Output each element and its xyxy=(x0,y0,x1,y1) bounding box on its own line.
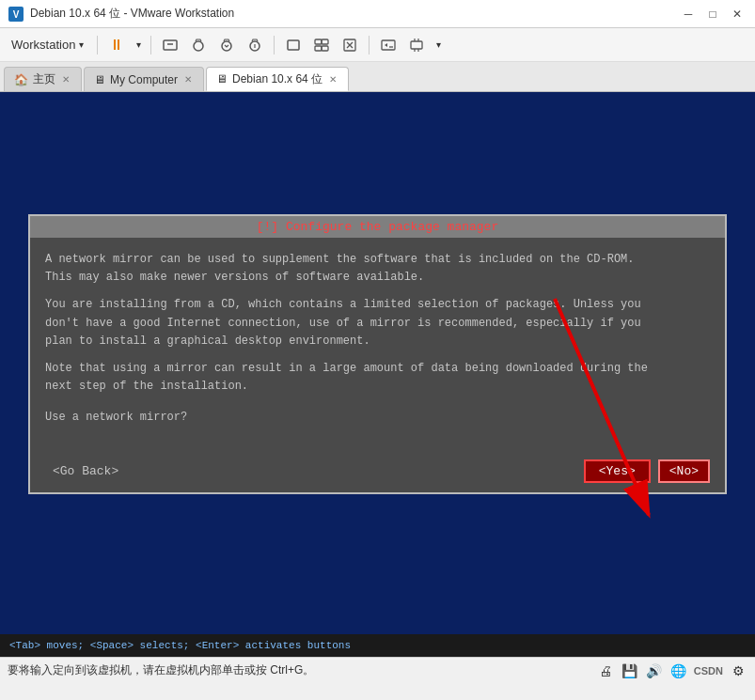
dialog-buttons: <Go Back> <Yes> <No> xyxy=(30,450,725,492)
usb-icon[interactable]: 💾 xyxy=(621,661,639,680)
tab-debian[interactable]: 🖥 Debian 10.x 64 位 ✕ xyxy=(206,67,349,91)
tabs-bar: 🏠 主页 ✕ 🖥 My Computer ✕ 🖥 Debian 10.x 64 … xyxy=(0,62,755,92)
snapshot-button[interactable] xyxy=(185,32,212,58)
menu-bar: Workstation ▾ ⏸ ▾ ▾ xyxy=(0,28,755,62)
fullscreen-button[interactable] xyxy=(280,32,307,58)
bottom-bar-text: 要将输入定向到该虚拟机，请在虚拟机内部单击或按 Ctrl+G。 xyxy=(8,662,314,678)
ctrl-alt-del-button[interactable] xyxy=(157,32,183,58)
svg-rect-10 xyxy=(322,39,328,44)
window-controls: ─ □ ✕ xyxy=(678,5,747,23)
settings-icon[interactable]: ⚙ xyxy=(729,661,747,680)
svg-rect-11 xyxy=(315,46,322,51)
separator-3 xyxy=(274,36,275,54)
svg-rect-9 xyxy=(315,39,322,44)
title-bar: V Debian 10.x 64 位 - VMware Workstation … xyxy=(0,0,755,28)
tab-mycomputer[interactable]: 🖥 My Computer ✕ xyxy=(84,67,204,91)
separator-1 xyxy=(97,36,98,54)
stretch-dropdown-icon[interactable]: ▾ xyxy=(432,32,445,58)
csdn-badge: CSDN xyxy=(694,665,723,677)
manage-snapshot-button[interactable] xyxy=(242,32,268,58)
no-button[interactable]: <No> xyxy=(658,459,710,483)
window-title: Debian 10.x 64 位 - VMware Workstation xyxy=(30,6,678,22)
dialog-text-2: You are installing from a CD, which cont… xyxy=(45,296,710,350)
mycomputer-tab-icon: 🖥 xyxy=(94,73,105,86)
bottom-right-icons: 🖨 💾 🔊 🌐 CSDN ⚙ xyxy=(596,661,747,680)
sound-icon[interactable]: 🔊 xyxy=(645,661,664,680)
go-back-button[interactable]: <Go Back> xyxy=(45,460,126,482)
dialog-text-1: A network mirror can be used to suppleme… xyxy=(45,251,710,287)
svg-text:V: V xyxy=(13,9,20,20)
pause-dropdown-icon[interactable]: ▾ xyxy=(132,32,145,58)
separator-2 xyxy=(150,36,151,54)
home-tab-close[interactable]: ✕ xyxy=(60,73,71,86)
dialog-question: Use a network mirror? xyxy=(45,409,710,427)
mycomputer-tab-close[interactable]: ✕ xyxy=(182,73,194,86)
vm-screen[interactable]: [!] Configure the package manager A netw… xyxy=(0,92,755,657)
close-button[interactable]: ✕ xyxy=(727,5,747,23)
vm-status-bar: <Tab> moves; <Space> selects; <Enter> ac… xyxy=(0,634,755,657)
configure-package-dialog: [!] Configure the package manager A netw… xyxy=(28,214,727,494)
debian-tab-icon: 🖥 xyxy=(216,72,228,86)
svg-rect-8 xyxy=(288,40,299,50)
yes-button[interactable]: <Yes> xyxy=(584,459,651,483)
dialog-body: A network mirror can be used to suppleme… xyxy=(30,238,725,450)
svg-rect-16 xyxy=(411,41,422,49)
minimize-button[interactable]: ─ xyxy=(678,5,699,23)
home-tab-icon: 🏠 xyxy=(14,73,28,86)
svg-rect-2 xyxy=(164,40,177,50)
separator-4 xyxy=(369,36,370,54)
unity-button[interactable] xyxy=(308,32,335,58)
display-icon[interactable]: 🌐 xyxy=(669,661,688,680)
vmware-logo-icon: V xyxy=(8,6,24,23)
debian-tab-close[interactable]: ✕ xyxy=(327,73,338,86)
svg-point-5 xyxy=(222,41,231,51)
workstation-dropdown-icon: ▾ xyxy=(79,39,84,50)
network-icon[interactable]: 🖨 xyxy=(596,661,615,680)
dialog-title: [!] Configure the package manager xyxy=(30,216,725,238)
svg-rect-12 xyxy=(322,46,328,51)
pause-button[interactable]: ⏸ xyxy=(103,32,130,58)
maximize-button[interactable]: □ xyxy=(702,5,723,23)
svg-rect-14 xyxy=(382,40,395,50)
tab-home[interactable]: 🏠 主页 ✕ xyxy=(4,67,82,91)
stretch-button[interactable] xyxy=(403,32,430,58)
svg-point-4 xyxy=(194,41,203,51)
console-button[interactable] xyxy=(375,32,401,58)
dialog-text-3: Note that using a mirror can result in a… xyxy=(45,360,710,396)
bottom-bar: 要将输入定向到该虚拟机，请在虚拟机内部单击或按 Ctrl+G。 🖨 💾 🔊 🌐 … xyxy=(0,657,755,683)
workstation-menu[interactable]: Workstation ▾ xyxy=(4,32,91,58)
autofit-button[interactable] xyxy=(337,32,363,58)
restore-snapshot-button[interactable] xyxy=(213,32,240,58)
